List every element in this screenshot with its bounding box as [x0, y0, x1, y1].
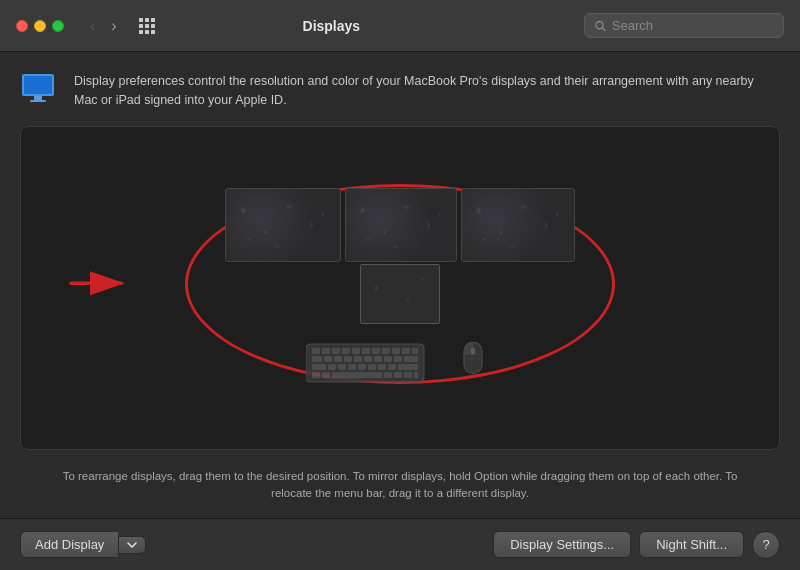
displays-container: [225, 188, 575, 324]
svg-rect-25: [374, 356, 382, 362]
svg-rect-18: [412, 348, 418, 354]
svg-line-1: [603, 28, 605, 30]
svg-rect-31: [338, 364, 346, 370]
svg-rect-36: [388, 364, 396, 370]
svg-rect-24: [364, 356, 372, 362]
display-settings-button[interactable]: Display Settings...: [493, 531, 631, 558]
close-button[interactable]: [16, 20, 28, 32]
content-area: Display preferences control the resoluti…: [0, 52, 800, 518]
info-description: Display preferences control the resoluti…: [74, 72, 780, 110]
svg-rect-42: [394, 372, 402, 378]
svg-rect-28: [404, 356, 418, 362]
svg-rect-5: [30, 100, 46, 102]
svg-rect-29: [312, 364, 326, 370]
display-block-2[interactable]: [345, 188, 457, 262]
svg-rect-43: [404, 372, 412, 378]
search-box[interactable]: [584, 13, 784, 38]
traffic-lights: [16, 20, 64, 32]
add-display-group: Add Display: [20, 531, 146, 558]
svg-rect-26: [384, 356, 392, 362]
svg-rect-14: [372, 348, 380, 354]
display-block-3[interactable]: [461, 188, 575, 262]
arrangement-area: [20, 126, 780, 450]
svg-rect-19: [312, 356, 322, 362]
svg-rect-12: [352, 348, 360, 354]
night-shift-button[interactable]: Night Shift...: [639, 531, 744, 558]
svg-rect-13: [362, 348, 370, 354]
svg-rect-34: [368, 364, 376, 370]
keyboard-icon: [306, 342, 436, 388]
window-title: Displays: [91, 18, 572, 34]
svg-rect-16: [392, 348, 400, 354]
svg-point-0: [596, 21, 603, 28]
svg-rect-41: [384, 372, 392, 378]
minimize-button[interactable]: [34, 20, 46, 32]
display-block-1[interactable]: [225, 188, 341, 262]
info-banner: Display preferences control the resoluti…: [20, 68, 780, 114]
svg-rect-32: [348, 364, 356, 370]
svg-rect-38: [312, 372, 320, 378]
svg-rect-39: [322, 372, 330, 378]
svg-rect-10: [332, 348, 340, 354]
search-input[interactable]: [612, 18, 773, 33]
svg-rect-15: [382, 348, 390, 354]
svg-rect-4: [34, 96, 42, 100]
bottom-bar: Add Display Display Settings... Night Sh…: [0, 518, 800, 570]
maximize-button[interactable]: [52, 20, 64, 32]
svg-rect-9: [322, 348, 330, 354]
mouse-icon: [452, 342, 494, 388]
svg-rect-22: [344, 356, 352, 362]
svg-rect-21: [334, 356, 342, 362]
svg-rect-23: [354, 356, 362, 362]
svg-rect-44: [414, 372, 418, 378]
arrow-indicator: [61, 258, 141, 312]
svg-rect-40: [332, 372, 382, 378]
svg-rect-46: [471, 347, 475, 354]
instruction-text: To rearrange displays, drag them to the …: [20, 462, 780, 503]
chevron-down-icon: [127, 542, 137, 548]
svg-rect-20: [324, 356, 332, 362]
svg-rect-8: [312, 348, 320, 354]
display-icon: [20, 72, 60, 108]
titlebar: ‹ › Displays: [0, 0, 800, 52]
help-button[interactable]: ?: [752, 531, 780, 559]
display-block-main[interactable]: [360, 264, 440, 324]
svg-rect-3: [24, 76, 52, 94]
svg-rect-11: [342, 348, 350, 354]
svg-rect-17: [402, 348, 410, 354]
search-icon: [595, 20, 606, 32]
svg-rect-35: [378, 364, 386, 370]
svg-rect-33: [358, 364, 366, 370]
add-display-dropdown-button[interactable]: [118, 536, 146, 554]
keyboard-area: [306, 342, 494, 388]
svg-rect-27: [394, 356, 402, 362]
svg-rect-30: [328, 364, 336, 370]
add-display-button[interactable]: Add Display: [20, 531, 118, 558]
svg-rect-37: [398, 364, 418, 370]
top-displays-row: [225, 188, 575, 262]
